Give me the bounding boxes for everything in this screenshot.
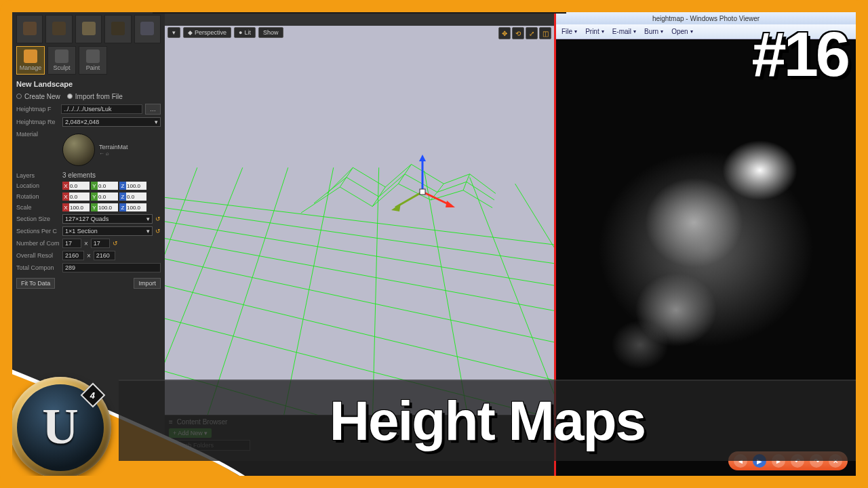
section-size-dropdown[interactable]: 127×127 Quads xyxy=(62,214,153,224)
material-thumbnail[interactable] xyxy=(62,134,95,166)
fit-to-data-button[interactable]: Fit To Data xyxy=(16,278,55,289)
pv-file-menu[interactable]: File xyxy=(561,28,577,35)
sculpt-tab[interactable]: Sculpt xyxy=(47,46,76,75)
main-toolbar: Save Source Control Content Marketplace … xyxy=(153,0,566,14)
episode-number: #16 xyxy=(752,19,848,90)
layers-count: 3 elements xyxy=(62,171,96,179)
menu-save[interactable]: Save xyxy=(157,3,172,11)
heightmap-file-input[interactable] xyxy=(61,104,142,114)
menu-launch[interactable]: Launch xyxy=(500,3,523,11)
scale-xyz: X Y Z xyxy=(62,203,146,211)
browse-button[interactable]: … xyxy=(145,104,161,115)
overall-res-a[interactable] xyxy=(62,251,84,260)
lit-dropdown[interactable]: ● Lit xyxy=(234,27,256,38)
radio-create-new[interactable]: Create New xyxy=(16,93,60,100)
brush-slot[interactable] xyxy=(16,15,43,43)
video-title: Height Maps xyxy=(330,389,645,453)
brush-slot[interactable] xyxy=(45,15,72,43)
scale-z[interactable] xyxy=(126,203,146,211)
title-overlay: Height Maps xyxy=(119,380,856,461)
total-comp xyxy=(62,263,161,272)
scale-y[interactable] xyxy=(98,203,118,211)
scale-icon[interactable]: ⤢ xyxy=(526,27,538,39)
transform-icon[interactable]: ✥ xyxy=(498,27,511,39)
viewport-menu-button[interactable]: ▾ xyxy=(167,27,180,38)
menu-blueprints[interactable]: Blueprints xyxy=(365,3,395,11)
sections-per-dropdown[interactable]: 1×1 Section xyxy=(62,226,153,236)
location-xyz: X Y Z xyxy=(62,182,146,190)
menu-play[interactable]: Play xyxy=(477,3,490,11)
rot-y[interactable] xyxy=(98,192,118,201)
panel-title: New Landscape xyxy=(16,80,161,88)
show-dropdown[interactable]: Show xyxy=(258,27,283,38)
mode-row: Manage Sculpt Paint xyxy=(16,46,161,75)
rot-x[interactable] xyxy=(69,192,90,201)
num-comp-b[interactable] xyxy=(91,239,110,248)
rot-z[interactable] xyxy=(126,192,146,201)
heightmap-res-dropdown[interactable]: 2,048×2,048 xyxy=(62,117,161,127)
menu-content[interactable]: Content xyxy=(244,3,268,11)
overall-res-b[interactable] xyxy=(94,251,115,260)
scale-x[interactable] xyxy=(69,203,90,211)
loc-z[interactable] xyxy=(126,182,146,190)
menu-settings[interactable]: Settings xyxy=(323,3,348,11)
menu-source-control[interactable]: Source Control xyxy=(182,3,227,11)
pv-burn-menu[interactable]: Burn xyxy=(644,28,663,35)
snap-icon[interactable]: ◫ xyxy=(539,27,551,39)
import-button[interactable]: Import xyxy=(134,278,161,289)
brush-slot[interactable] xyxy=(75,15,102,43)
rotation-xyz: X Y Z xyxy=(62,192,146,201)
unreal-logo: U 4 xyxy=(9,377,111,479)
pv-open-menu[interactable]: Open xyxy=(671,28,692,35)
radio-import-file[interactable]: Import from File xyxy=(67,93,123,100)
menu-matinee[interactable]: Matinee xyxy=(405,3,429,11)
num-comp-a[interactable] xyxy=(62,239,81,248)
pv-print-menu[interactable]: Print xyxy=(585,28,604,35)
perspective-dropdown[interactable]: ◆ Perspective xyxy=(183,27,231,38)
menu-build[interactable]: Build xyxy=(446,3,460,11)
loc-x[interactable] xyxy=(69,182,90,190)
menu-marketplace[interactable]: Marketplace xyxy=(277,3,314,11)
brush-slot[interactable] xyxy=(104,15,131,43)
pv-email-menu[interactable]: E-mail xyxy=(612,28,636,35)
loc-y[interactable] xyxy=(98,182,118,190)
rotate-icon[interactable]: ⟲ xyxy=(512,27,524,39)
brush-slot[interactable] xyxy=(134,15,161,43)
manage-tab[interactable]: Manage xyxy=(16,46,45,75)
paint-tab[interactable]: Paint xyxy=(79,46,107,75)
material-name: TerrainMat xyxy=(99,144,128,150)
brush-row-top xyxy=(16,15,161,43)
